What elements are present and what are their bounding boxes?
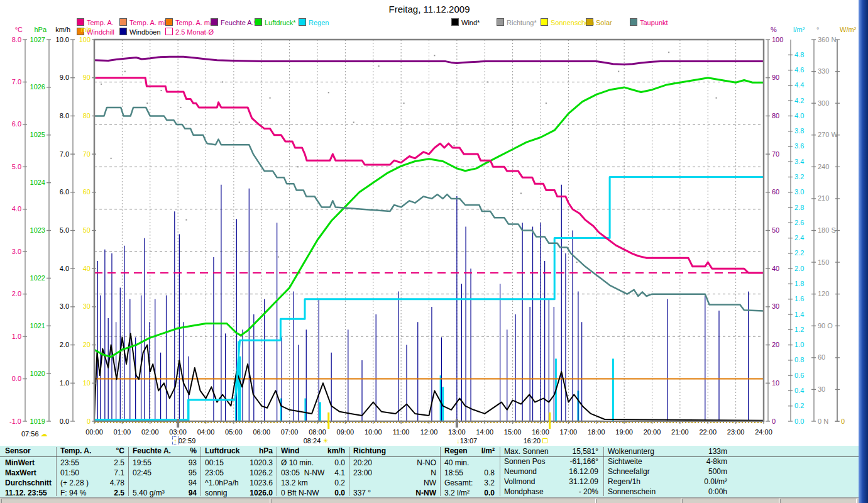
moonrise-icon: ↑: [172, 436, 179, 445]
axis-tick-label: 20: [83, 341, 91, 348]
x-tick-label: 19:00: [615, 428, 633, 436]
axis-tick-label: 3.4: [794, 158, 804, 165]
x-tick-label: 10:00: [365, 428, 382, 436]
table-header: Windkm/h: [281, 446, 345, 456]
table-divider: [277, 447, 277, 496]
table-cell: F: 94 %2.5: [60, 488, 124, 498]
x-tick-label: 12:00: [420, 428, 438, 436]
axis-tick-label: 4.2: [794, 97, 804, 104]
axis-tick-label: 30: [818, 385, 825, 393]
axis-tick-label: 3.0: [60, 302, 69, 310]
info-cell: Regen/1h0.0l/m²: [608, 477, 727, 487]
table-cell: Gesamt:3.2: [444, 478, 495, 488]
axis-tick-label: 240: [818, 163, 829, 170]
sunset-square-icon: [542, 438, 547, 443]
info-cell: Neumond16.12.09: [504, 467, 598, 477]
status-bar-panel: [271, 499, 596, 503]
axis-tick-label: 50: [772, 226, 779, 234]
moonrise-time: ↑02:59: [172, 437, 195, 445]
x-tick-label: 24:00: [755, 428, 772, 436]
axis-tick-label: 50: [83, 226, 91, 234]
plot-area[interactable]: [94, 40, 764, 421]
table-cell: 01:507.1: [60, 468, 124, 478]
axis-tick-label: 1027: [30, 36, 45, 43]
sunset-time: 16:20: [524, 437, 548, 445]
info-cell: Sonnenschein0:00h: [608, 487, 727, 497]
table-header: Richtung: [353, 446, 436, 456]
axis-tick-label: 0: [841, 417, 845, 425]
axis-tick-label: 0.0: [794, 417, 804, 425]
x-tick-label: 09:00: [337, 428, 354, 436]
axis-tick-label: 210: [818, 194, 829, 202]
axis-tick-label: 2.8: [794, 204, 804, 211]
axis-tick-label: 1.6: [794, 295, 804, 302]
axis-tick-label: 60: [772, 188, 779, 196]
axis-unit-label: °: [816, 26, 819, 33]
axis-tick-label: 6.0: [60, 188, 69, 196]
table-cell: 03:05 N-NW4.1: [281, 468, 345, 478]
axis-tick-label: 7.0: [12, 78, 21, 86]
x-tick-label: 11:00: [393, 428, 410, 436]
axis-tick-label: 1024: [30, 179, 45, 186]
table-cell: 13.2 km0.2: [281, 478, 345, 488]
axis-tick-label: 70: [83, 150, 91, 158]
info-cell: Wolkenunterg133m: [608, 446, 727, 456]
axis-tick-label: 4.6: [794, 66, 804, 74]
axis-tick-label: 1.8: [794, 280, 804, 287]
axis-tick-label: 0.0: [12, 375, 21, 382]
table-row-label: Durchschnitt: [5, 478, 52, 488]
status-bar: [0, 497, 859, 503]
x-tick-label: 07:00: [281, 428, 299, 436]
axis-tick-label: 60: [83, 188, 91, 196]
axis-tick-label: 10: [772, 379, 779, 387]
axis-tick-label: 4.0: [60, 265, 69, 272]
x-tick-label: 06:00: [253, 428, 270, 436]
axis-unit-label: %: [771, 26, 777, 33]
axis-tick-label: 70: [772, 150, 779, 158]
axis-tick-label: 1022: [30, 274, 45, 282]
axis-tick-label: 2.0: [60, 341, 69, 348]
axis-tick-label: 60: [818, 353, 825, 361]
table-header: Feuchte A.%: [133, 446, 197, 456]
axis-tick-label: 300: [818, 99, 829, 107]
x-tick-label: 18:00: [588, 428, 605, 436]
axis-tick-label: 40: [83, 265, 91, 272]
info-cell: Max. Sonnen15,581°: [504, 446, 598, 456]
axis-tick-label: 1021: [30, 322, 45, 329]
axis-tick-label: 2.0: [12, 290, 21, 297]
table-cell: 94: [133, 478, 197, 488]
table-cell: 23:552.5: [60, 458, 124, 468]
table-cell: 23:00N: [353, 468, 436, 478]
sensor-table: SensorMinWertMaxWertDurchschnitt11.12. 2…: [0, 446, 859, 497]
axis-tick-label: 40: [772, 265, 779, 272]
x-tick-label: 01:00: [114, 428, 131, 436]
axis-tick-label: 30: [772, 302, 779, 310]
x-tick-label: 00:00: [85, 428, 103, 436]
axis-tick-label: 270 W: [818, 131, 838, 138]
axis-tick-label: 330: [818, 67, 829, 75]
x-tick-label: 23:00: [727, 428, 745, 436]
axis-tick-label: 7.0: [60, 150, 69, 158]
table-cell: 00:151020.3: [205, 458, 273, 468]
axis-tick-label: 10: [83, 379, 91, 387]
axis-tick-label: 0.0: [60, 417, 69, 425]
axis-tick-label: 3.0: [12, 248, 21, 255]
axis-tick-label: 0.8: [794, 356, 804, 363]
table-col-info-0: Max. Sonnen15,581°Sonnen Pos-61,166°Neum…: [502, 446, 602, 497]
axis-tick-label: 80: [83, 112, 91, 119]
table-col-tempa: Temp. A.°C23:552.501:507.1(+ 2.28 )4.78F…: [58, 446, 128, 497]
status-bar-panel: [596, 499, 681, 503]
axis-tick-label: 6.0: [12, 120, 21, 128]
x-tick-label: 22:00: [699, 428, 717, 436]
status-bar-panel: [780, 499, 857, 503]
axis-tick-label: 3.2: [794, 173, 804, 180]
axis-tick-label: 2.2: [794, 249, 804, 257]
axis-tick-label: 10.0: [56, 36, 69, 43]
table-cell: NW: [353, 478, 436, 488]
table-col-richtung: Richtung20:20N-NO23:00NNW337 °N-NW: [351, 446, 440, 497]
table-cell: 337 °N-NW: [353, 488, 436, 498]
x-tick-label: 17:00: [560, 428, 578, 436]
axis-tick-label: 0.2: [794, 402, 804, 409]
x-tick-label: 21:00: [671, 428, 689, 436]
axis-tick-label: 0.6: [794, 372, 804, 379]
